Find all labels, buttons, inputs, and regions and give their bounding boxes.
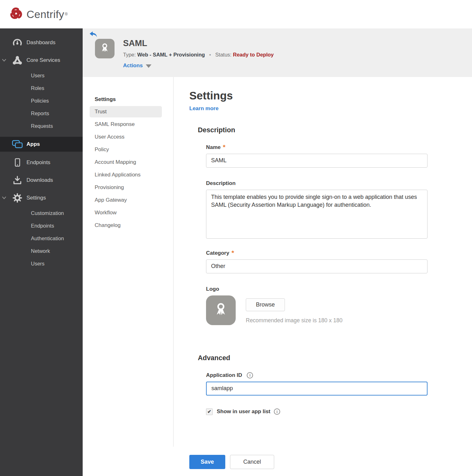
sidebar-item-dashboards[interactable]: Dashboards: [0, 35, 83, 50]
sidebar-item-requests[interactable]: Requests: [0, 120, 83, 132]
subnav-item-policy[interactable]: Policy: [90, 144, 162, 155]
subnav-item-linked-applications[interactable]: Linked Applications: [90, 169, 162, 181]
award-ribbon-icon: [99, 42, 110, 55]
download-icon: [11, 176, 23, 185]
subnav-heading: Settings: [95, 94, 173, 105]
subnav-item-account-mapping[interactable]: Account Mapping: [90, 157, 162, 168]
form-footer: Save Cancel: [83, 455, 472, 469]
sidebar-item-label: Users: [31, 73, 44, 79]
sidebar-item-endpoints[interactable]: Endpoints: [0, 155, 83, 170]
category-field[interactable]: [206, 259, 428, 273]
required-asterisk: *: [232, 250, 234, 256]
subnav-item-app-gateway[interactable]: App Gateway: [90, 194, 162, 206]
settings-sublist: Customization Endpoints Authentication N…: [0, 205, 83, 274]
settings-form: Settings Learn more Description Name * D…: [174, 77, 472, 447]
brand-name: Centrify: [27, 8, 64, 21]
subnav-item-label: Linked Applications: [95, 172, 141, 178]
chevron-down-icon[interactable]: [2, 195, 6, 201]
sidebar-item-core-services[interactable]: Core Services: [0, 53, 83, 68]
subnav-item-provisioning[interactable]: Provisioning: [90, 182, 162, 193]
apps-icon: [11, 140, 23, 149]
registered-mark: ®: [65, 12, 68, 16]
sidebar-item-authentication[interactable]: Authentication: [0, 232, 83, 245]
sidebar-item-label: Endpoints: [31, 223, 54, 229]
sidebar-item-label: Network: [31, 248, 50, 254]
subnav-item-trust[interactable]: Trust: [90, 106, 162, 117]
award-ribbon-icon: [213, 301, 229, 319]
subnav-item-label: Policy: [95, 146, 109, 152]
description-label: Description: [206, 180, 236, 187]
sidebar-item-label: Settings: [27, 195, 46, 201]
app-header: SAML Type: Web - SAML + Provisioning • S…: [83, 28, 472, 77]
sidebar-item-apps[interactable]: Apps: [0, 137, 83, 152]
advanced-section-heading: Advanced: [198, 354, 472, 362]
sidebar-item-roles[interactable]: Roles: [0, 82, 83, 94]
sidebar-item-downloads[interactable]: Downloads: [0, 173, 83, 188]
molecule-icon: [11, 56, 23, 65]
subnav-item-label: Changelog: [95, 222, 121, 228]
application-id-field[interactable]: [206, 382, 428, 396]
sidebar-item-label: Downloads: [27, 177, 53, 183]
description-field[interactable]: This template enables you to provide sin…: [206, 190, 428, 239]
sidebar-item-label: Authentication: [31, 235, 64, 241]
app-title: SAML: [123, 39, 274, 48]
subnav-item-label: Workflow: [95, 210, 117, 216]
page-title: Settings: [189, 90, 472, 102]
centrify-swirl-icon: [9, 6, 23, 22]
info-icon[interactable]: i: [247, 372, 253, 378]
sidebar-item-label: Reports: [31, 110, 49, 116]
subnav-item-label: Trust: [95, 109, 107, 115]
sidebar-item-label: Roles: [31, 85, 44, 91]
sidebar-item-label: Dashboards: [27, 39, 56, 46]
logo-preview: [206, 295, 236, 325]
sidebar-item-network[interactable]: Network: [0, 245, 83, 257]
sidebar-item-customization[interactable]: Customization: [0, 207, 83, 219]
info-icon[interactable]: i: [274, 408, 280, 415]
subnav-item-label: Account Mapping: [95, 159, 136, 165]
chevron-down-icon[interactable]: [2, 57, 6, 63]
gauge-icon: [11, 38, 23, 47]
sidebar-item-settings-users[interactable]: Users: [0, 257, 83, 270]
subnav-item-label: Provisioning: [95, 184, 124, 190]
actions-dropdown[interactable]: Actions: [123, 62, 274, 69]
sidebar-item-label: Apps: [27, 141, 40, 147]
subnav-item-label: SAML Response: [95, 121, 135, 127]
mobile-device-icon: [11, 158, 23, 168]
cancel-button[interactable]: Cancel: [230, 455, 274, 469]
show-in-user-app-list-label: Show in user app list: [217, 408, 270, 415]
app-logo-tile: [95, 39, 115, 58]
subnav-item-label: App Gateway: [95, 197, 127, 203]
sidebar-item-label: Customization: [31, 210, 64, 216]
sidebar-item-reports[interactable]: Reports: [0, 107, 83, 120]
subnav-item-saml-response[interactable]: SAML Response: [90, 119, 162, 130]
type-label: Type:: [123, 52, 136, 57]
description-section-heading: Description: [198, 126, 472, 134]
sidebar-item-label: Users: [31, 261, 44, 267]
status-label: Status:: [215, 52, 231, 57]
back-arrow-icon[interactable]: [89, 31, 98, 39]
app-meta-line: Type: Web - SAML + Provisioning • Status…: [123, 52, 274, 58]
checkmark-icon: ✔: [207, 409, 211, 414]
status-badge: Ready to Deploy: [233, 52, 274, 57]
category-label: Category: [206, 250, 229, 256]
subnav-item-changelog[interactable]: Changelog: [90, 220, 162, 231]
subnav-item-workflow[interactable]: Workflow: [90, 207, 162, 218]
sidebar-item-policies[interactable]: Policies: [0, 94, 83, 107]
show-in-user-app-list-checkbox[interactable]: ✔: [206, 408, 213, 415]
logo-size-hint: Recommended image size is 180 x 180: [246, 317, 342, 324]
name-field[interactable]: [206, 154, 428, 168]
save-button[interactable]: Save: [189, 455, 225, 469]
subnav-item-user-access[interactable]: User Access: [90, 131, 162, 143]
sidebar-item-settings-endpoints[interactable]: Endpoints: [0, 219, 83, 232]
sidebar-item-users[interactable]: Users: [0, 69, 83, 82]
sidebar-item-label: Core Services: [27, 57, 60, 63]
application-id-label: Application ID: [206, 372, 242, 378]
top-bar: Centrify ®: [0, 0, 472, 28]
learn-more-link[interactable]: Learn more: [189, 105, 219, 112]
actions-label: Actions: [123, 62, 143, 69]
sidebar-item-settings[interactable]: Settings: [0, 190, 83, 205]
type-value: Web - SAML + Provisioning: [137, 52, 205, 57]
logo-label: Logo: [206, 286, 219, 292]
browse-button[interactable]: Browse: [246, 298, 285, 311]
sidebar-item-label: Requests: [31, 123, 53, 129]
